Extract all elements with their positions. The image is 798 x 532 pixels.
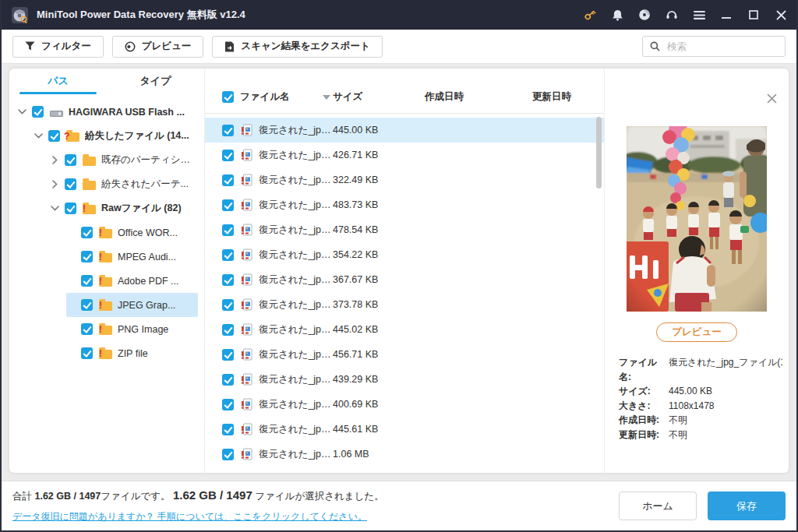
search-input[interactable] xyxy=(666,41,778,53)
row-checkbox[interactable] xyxy=(222,249,234,261)
window-title: MiniTool Power Data Recovery 無料版 v12.4 xyxy=(37,8,245,22)
expand-chevron-icon[interactable] xyxy=(50,156,59,165)
file-row[interactable]: 復元された_jpg_ファ... 367.67 KB xyxy=(205,267,604,292)
file-row[interactable]: 復元された_jpg_ファ... 445.61 KB xyxy=(205,417,604,442)
close-icon[interactable] xyxy=(775,9,787,21)
column-size[interactable]: サイズ xyxy=(333,90,425,104)
tab-type[interactable]: タイプ xyxy=(107,69,204,94)
tree-item[interactable]: HAGIWARA USB Flash ... xyxy=(17,100,198,124)
tree-item[interactable]: 既存のパーティショ... xyxy=(50,148,198,172)
detail-row: 作成日時: 不明 xyxy=(619,413,782,428)
column-created[interactable]: 作成日時 xyxy=(425,90,532,104)
preview-button[interactable]: プレビュー xyxy=(656,322,737,342)
row-checkbox[interactable] xyxy=(222,349,234,361)
key-icon[interactable] xyxy=(584,9,596,21)
folder-alert-icon xyxy=(99,229,112,238)
jpg-file-icon xyxy=(241,124,252,136)
tree-item[interactable]: JPEG Grap... xyxy=(66,293,198,317)
file-row[interactable]: 復元された_jpg_ファ... 373.78 KB xyxy=(205,292,604,317)
tree-item[interactable]: PNG Image xyxy=(66,317,198,341)
expand-chevron-icon[interactable] xyxy=(50,180,59,189)
row-checkbox[interactable] xyxy=(222,424,234,435)
file-row[interactable]: 復元された_jpg_ファ... 445.02 KB xyxy=(205,317,604,342)
folder-alert-icon xyxy=(83,205,96,214)
row-checkbox[interactable] xyxy=(222,324,234,336)
home-button[interactable]: ホーム xyxy=(619,491,697,520)
search-icon xyxy=(650,41,660,51)
tree-item[interactable]: Adobe PDF ... xyxy=(66,269,198,293)
row-checkbox[interactable] xyxy=(222,299,234,311)
tree-checkbox[interactable] xyxy=(65,154,76,166)
file-row[interactable]: 復元された_jpg_ファ... 400.69 KB xyxy=(205,392,604,417)
jpg-file-icon xyxy=(241,398,252,410)
file-row[interactable]: 復元された_jpg_ファ... 426.71 KB xyxy=(205,143,604,167)
expand-chevron-icon[interactable] xyxy=(17,107,26,117)
tree-checkbox[interactable] xyxy=(81,251,93,262)
export-scan-results-button[interactable]: スキャン結果をエクスポート xyxy=(212,36,382,58)
sidebar-tabs: パス タイプ xyxy=(9,69,204,94)
filter-funnel-icon xyxy=(25,41,35,51)
tree-checkbox[interactable] xyxy=(32,106,44,118)
tree-item[interactable]: Office WOR... xyxy=(66,220,198,245)
folder-alert-icon xyxy=(99,350,112,359)
folder-icon xyxy=(83,157,96,166)
file-row[interactable]: 復元された_jpg_ファ... 354.22 KB xyxy=(205,242,604,267)
footer-bar: 合計 1.62 GB / 1497ファイルです。 1.62 GB / 1497 … xyxy=(2,481,796,530)
tree-item[interactable]: 紛失したファイル (14... xyxy=(34,124,198,148)
headset-icon[interactable] xyxy=(666,9,678,21)
row-checkbox[interactable] xyxy=(222,449,234,460)
row-checkbox[interactable] xyxy=(222,399,234,410)
jpg-file-icon xyxy=(241,323,252,336)
bell-icon[interactable] xyxy=(611,9,623,21)
file-row[interactable]: 復元された_jpg_ファ... 439.29 KB xyxy=(205,367,604,392)
save-button[interactable]: 保存 xyxy=(708,491,786,520)
preview-close-icon[interactable] xyxy=(767,93,777,104)
row-checkbox[interactable] xyxy=(222,199,234,211)
tree-item[interactable]: MPEG Audi... xyxy=(66,245,198,269)
scrollbar-thumb[interactable] xyxy=(596,117,602,188)
title-bar: MiniTool Power Data Recovery 無料版 v12.4 xyxy=(2,0,796,30)
expand-chevron-icon[interactable] xyxy=(50,204,59,213)
column-modified[interactable]: 更新日時 xyxy=(532,90,588,104)
tree-checkbox[interactable] xyxy=(81,323,93,335)
tree-checkbox[interactable] xyxy=(81,227,93,238)
tree-checkbox[interactable] xyxy=(48,130,60,142)
tree-checkbox[interactable] xyxy=(81,347,93,359)
minimize-icon[interactable] xyxy=(720,9,733,21)
preview-toggle-button[interactable]: プレビュー xyxy=(112,36,204,58)
footer-summary: 合計 1.62 GB / 1497ファイルです。 1.62 GB / 1497 … xyxy=(12,488,619,523)
file-row[interactable]: 復元された_jpg_ファ... 483.73 KB xyxy=(205,192,604,217)
tree-item[interactable]: 紛失されたパーテ... xyxy=(50,172,198,196)
select-all-checkbox[interactable] xyxy=(222,91,234,103)
file-row[interactable]: 復元された_jpg_ファ... 1.06 MB xyxy=(205,442,604,467)
row-checkbox[interactable] xyxy=(222,125,234,136)
file-rows: 復元された_jpg_ファ... 445.00 KB 復元された_jpg_ファ..… xyxy=(205,114,604,473)
tab-path[interactable]: パス xyxy=(9,69,107,94)
tree-item[interactable]: ZIP file xyxy=(66,341,198,365)
file-row[interactable]: 復元された_jpg_ファ... 445.00 KB xyxy=(205,118,604,143)
row-checkbox[interactable] xyxy=(222,150,234,161)
folder-alert-icon xyxy=(99,301,112,311)
tree-checkbox[interactable] xyxy=(81,299,93,311)
row-checkbox[interactable] xyxy=(222,374,234,386)
jpg-file-icon xyxy=(241,174,252,186)
row-checkbox[interactable] xyxy=(222,274,234,286)
sort-descending-icon[interactable] xyxy=(323,95,330,100)
tree-checkbox[interactable] xyxy=(65,203,76,214)
file-row[interactable]: 復元された_jpg_ファ... 456.71 KB xyxy=(205,342,604,367)
expand-chevron-icon[interactable] xyxy=(34,132,43,141)
file-row[interactable]: 復元された_jpg_ファ... 322.49 KB xyxy=(205,167,604,192)
tree-item[interactable]: Rawファイル (82) xyxy=(50,196,198,220)
maximize-icon[interactable] xyxy=(747,9,760,21)
row-checkbox[interactable] xyxy=(222,174,234,186)
disc-icon[interactable] xyxy=(638,9,651,21)
menu-icon[interactable] xyxy=(693,9,705,21)
column-filename[interactable]: ファイル名 xyxy=(240,90,290,104)
row-checkbox[interactable] xyxy=(222,224,234,236)
help-link[interactable]: データ復旧に問題がありますか？ 手順については、ここをクリックしてください。 xyxy=(12,511,367,522)
main-content: パス タイプ HAGIWARA USB Flash ... 紛失したファイル (… xyxy=(2,64,796,479)
file-row[interactable]: 復元された_jpg_ファ... 478.54 KB xyxy=(205,217,604,242)
tree-checkbox[interactable] xyxy=(81,275,93,287)
tree-checkbox[interactable] xyxy=(65,178,76,190)
filter-button[interactable]: フィルター xyxy=(12,36,104,58)
